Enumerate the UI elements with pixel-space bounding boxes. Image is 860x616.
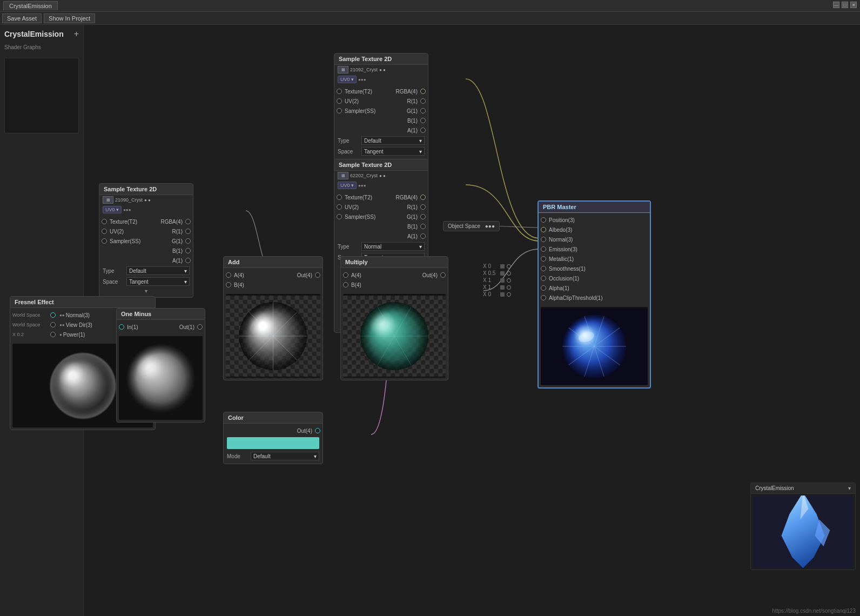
port-viewdir-in[interactable] (50, 322, 56, 327)
port-pbr-alpha[interactable] (541, 285, 546, 291)
multiply-node: Multiply A(4) Out(4) B(4) (340, 256, 448, 380)
port-color-out[interactable] (315, 428, 320, 433)
port-texture-in-2[interactable] (337, 195, 342, 200)
port-r-out-1[interactable] (420, 98, 426, 104)
port-r-out-2[interactable] (420, 204, 426, 210)
title-tab[interactable]: CrystalEmission (3, 1, 58, 10)
port-b-out-3[interactable] (185, 248, 191, 253)
sample-texture-node-3: Sample Texture 2D ▩ 21090_Cryst ● ● UV0 … (99, 183, 193, 298)
tex-input-row-3: ▩ 21090_Cryst ● ● (99, 195, 193, 205)
port-normal-in[interactable] (50, 312, 56, 318)
port-a-out-2[interactable] (420, 233, 426, 239)
port-row-a-2: A(1) (334, 231, 428, 241)
close-btn[interactable]: ✕ (850, 2, 857, 8)
crystal-panel-preview (751, 494, 855, 570)
uv-pill-1[interactable]: UV0 ▾ (338, 76, 357, 83)
port-pbr-emission[interactable] (541, 246, 546, 252)
save-asset-button[interactable]: Save Asset (2, 14, 42, 23)
port-rgba-out-1[interactable] (420, 89, 426, 94)
port-texture-in-3[interactable] (102, 219, 107, 224)
port-multiply-out[interactable] (440, 272, 446, 278)
port-row-b-2: B(1) (334, 222, 428, 231)
pbr-metallic-row: Metallic(1) (539, 254, 650, 264)
port-add-b-in[interactable] (226, 282, 231, 287)
port-sampler-in-3[interactable] (102, 238, 107, 244)
port-g-out-1[interactable] (420, 108, 426, 113)
port-add-a-in[interactable] (226, 272, 231, 278)
x-values-strip: X 0 X 0.5 X 1 X 1 X 0 (481, 263, 513, 298)
port-pbr-normal[interactable] (541, 237, 546, 242)
port-oneminus-in[interactable] (119, 324, 124, 330)
color-swatch[interactable] (227, 437, 319, 449)
port-rgba-out-3[interactable] (185, 219, 191, 224)
port-b-out-1[interactable] (420, 118, 426, 123)
port-row-texture2d-2: Texture(T2) RGBA(4) (334, 192, 428, 202)
port-a-out-1[interactable] (420, 128, 426, 133)
port-b-out-2[interactable] (420, 224, 426, 229)
pbr-header: PBR Master (539, 202, 650, 213)
object-space-node: Object Space ●●● (443, 221, 500, 231)
port-uv-in-2[interactable] (337, 204, 342, 210)
port-multiply-a-in[interactable] (343, 272, 348, 278)
port-multiply-b-in[interactable] (343, 282, 348, 287)
multiply-b-row: B(4) (341, 280, 448, 290)
port-sampler-in-1[interactable] (337, 108, 342, 113)
sidebar-add-button[interactable]: + (74, 29, 79, 39)
color-node: Color Out(4) Mode Default ▾ (223, 412, 323, 464)
one-minus-preview (119, 336, 203, 420)
pbr-normal-row: Normal(3) (539, 235, 650, 244)
color-header: Color (224, 412, 322, 424)
port-power-in[interactable] (50, 332, 56, 337)
port-pbr-albedo[interactable] (541, 227, 546, 232)
port-pbr-smoothness[interactable] (541, 266, 546, 271)
one-minus-node: One Minus In(1) Out(1) (116, 308, 205, 423)
port-a-out-3[interactable] (185, 258, 191, 263)
sidebar-title: CrystalEmission (4, 30, 64, 38)
title-bar: CrystalEmission — □ ✕ (0, 0, 860, 12)
color-out-row: Out(4) (224, 426, 322, 436)
port-pbr-occlusion[interactable] (541, 276, 546, 281)
window-controls: — □ ✕ (833, 2, 857, 8)
multiply-preview (343, 294, 446, 378)
space-dropdown-1[interactable]: Tangent ▾ (361, 147, 425, 156)
port-row-sampler-2: Sampler(SS) G(1) (334, 212, 428, 222)
port-pbr-metallic[interactable] (541, 256, 546, 262)
port-g-out-2[interactable] (420, 214, 426, 219)
multiply-a-row: A(4) Out(4) (341, 270, 448, 280)
crystal-panel-dropdown[interactable]: ▾ (848, 485, 851, 491)
type-dropdown-3[interactable]: Default ▾ (126, 266, 190, 275)
tex-label-1: 21092_Cryst (350, 67, 378, 72)
port-uv-in-3[interactable] (102, 229, 107, 234)
port-sampler-in-2[interactable] (337, 214, 342, 219)
type-dropdown-2[interactable]: Normal ▾ (361, 242, 425, 251)
crystal-preview-panel: CrystalEmission ▾ (750, 483, 856, 570)
port-oneminus-out[interactable] (197, 324, 203, 330)
uv-pill-3[interactable]: UV0 ▾ (103, 206, 122, 213)
port-pbr-position[interactable] (541, 217, 546, 223)
port-texture-in-1[interactable] (337, 89, 342, 94)
type-dropdown-1[interactable]: Default ▾ (361, 136, 425, 145)
show-in-project-button[interactable]: Show In Project (44, 14, 95, 23)
space-dropdown-3[interactable]: Tangent ▾ (126, 277, 190, 286)
pbr-alphaclip-row: AlphaClipThreshold(1) (539, 293, 650, 303)
port-add-out[interactable] (315, 272, 320, 278)
uv-pill-2[interactable]: UV0 ▾ (338, 182, 357, 189)
expand-btn-3[interactable]: ▾ (99, 287, 193, 295)
one-minus-body: In(1) Out(1) (117, 320, 205, 334)
minimize-btn[interactable]: — (833, 2, 839, 8)
tex-ports-1: ● ● (379, 68, 386, 72)
port-g-out-3[interactable] (185, 238, 191, 244)
port-uv-in-1[interactable] (337, 98, 342, 104)
type-field-2: Type Normal ▾ (334, 241, 428, 252)
port-row-uv-1: UV(2) R(1) (334, 96, 428, 106)
mode-dropdown[interactable]: Default ▾ (251, 452, 319, 460)
port-rgba-out-2[interactable] (420, 195, 426, 200)
tex-label-2: 62202_Cryst (350, 173, 378, 178)
port-pbr-alphaclip[interactable] (541, 295, 546, 300)
maximize-btn[interactable]: □ (842, 2, 848, 8)
crystal-panel-title: CrystalEmission (755, 485, 794, 491)
port-row-sampler-3: Sampler(SS) G(1) (99, 236, 193, 246)
fresnel-header: Fresnel Effect (10, 297, 155, 308)
x-val-1a: X 1 (481, 277, 513, 284)
port-r-out-3[interactable] (185, 229, 191, 234)
